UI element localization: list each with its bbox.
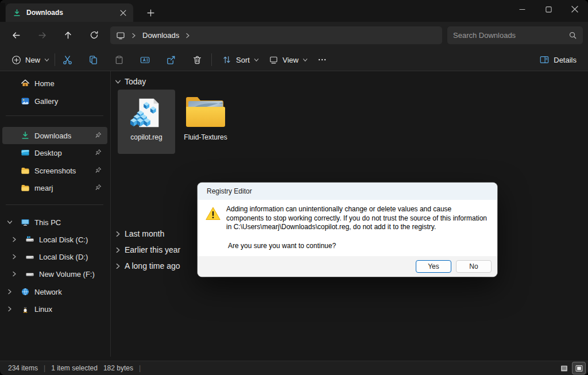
- file-copilot-reg[interactable]: copilot.reg: [118, 90, 175, 154]
- this-pc-breadcrumb-icon[interactable]: [116, 31, 125, 40]
- forward-button[interactable]: [32, 26, 52, 44]
- chevron-right-icon[interactable]: [11, 254, 17, 260]
- paste-icon: [114, 55, 125, 65]
- view-button[interactable]: View: [263, 50, 314, 69]
- rename-icon: [140, 55, 150, 65]
- sort-button[interactable]: Sort: [216, 50, 265, 69]
- chevron-down-icon[interactable]: [115, 79, 121, 85]
- dialog-message: Adding information can unintentionally c…: [226, 205, 489, 232]
- delete-button[interactable]: [187, 50, 207, 69]
- trash-icon: [192, 55, 203, 65]
- details-view-toggle[interactable]: [558, 362, 570, 374]
- drive-icon: [25, 252, 34, 261]
- view-toggles: [558, 362, 585, 374]
- item-count: 234 items: [8, 364, 38, 372]
- view-button-label: View: [283, 56, 299, 64]
- details-pane-label: Details: [554, 56, 577, 64]
- new-button-label: New: [25, 56, 40, 64]
- sidebar-item-home[interactable]: Home: [2, 75, 107, 92]
- chevron-right-icon[interactable]: [115, 231, 121, 237]
- chevron-down-icon[interactable]: [7, 219, 13, 225]
- dialog-question: Are you sure you want to continue?: [228, 242, 336, 250]
- download-icon: [13, 9, 21, 17]
- sidebar-item-local-disk-d[interactable]: Local Disk (D:): [2, 248, 107, 265]
- cut-button[interactable]: [57, 50, 78, 69]
- chevron-right-icon[interactable]: [115, 247, 121, 253]
- window-controls: [509, 0, 588, 18]
- selection-count: 1 item selected: [51, 364, 98, 372]
- group-header-a-long-time-ago[interactable]: A long time ago: [115, 260, 180, 272]
- group-header-earlier-this-year[interactable]: Earlier this year: [115, 244, 180, 256]
- status-divider: |: [139, 364, 141, 372]
- chevron-right-icon[interactable]: [7, 289, 13, 295]
- sidebar-item-desktop[interactable]: Desktop: [2, 144, 107, 161]
- folder-thumbnail-icon: [183, 93, 228, 131]
- sidebar: Home Gallery Downloads Desktop Screensho…: [0, 71, 111, 357]
- close-tab-icon[interactable]: [117, 7, 129, 18]
- sidebar-item-network[interactable]: Network: [2, 283, 107, 300]
- chevron-right-icon[interactable]: [11, 237, 17, 242]
- folder-name: Fluid-Textures: [184, 133, 227, 141]
- chevron-right-icon[interactable]: [115, 263, 121, 269]
- sidebar-item-label: This PC: [34, 218, 61, 227]
- group-header-last-month[interactable]: Last month: [115, 228, 164, 239]
- share-button[interactable]: [160, 50, 181, 69]
- new-button[interactable]: New: [6, 50, 55, 69]
- sidebar-item-label: Desktop: [34, 149, 62, 157]
- sidebar-item-gallery[interactable]: Gallery: [2, 92, 107, 110]
- search-input[interactable]: [453, 31, 568, 40]
- breadcrumb-chevron-icon[interactable]: [131, 33, 137, 38]
- details-pane-icon: [539, 55, 550, 65]
- search-icon[interactable]: [568, 31, 577, 40]
- breadcrumb-chevron-icon[interactable]: [185, 33, 191, 38]
- paste-button[interactable]: [109, 50, 129, 69]
- warning-icon: [205, 206, 221, 222]
- sidebar-separator: [6, 204, 103, 205]
- gallery-icon: [21, 96, 30, 106]
- no-button[interactable]: No: [456, 260, 492, 273]
- details-pane-button[interactable]: Details: [533, 50, 582, 69]
- downloads-icon: [21, 131, 30, 140]
- sidebar-item-label: Local Disk (C:): [39, 235, 88, 244]
- sidebar-item-mearj[interactable]: mearj: [2, 179, 107, 196]
- new-tab-button[interactable]: [142, 6, 158, 20]
- rename-button[interactable]: [134, 50, 155, 69]
- sidebar-item-downloads[interactable]: Downloads: [2, 127, 107, 144]
- sidebar-item-new-volume-f[interactable]: New Volume (F:): [2, 265, 107, 283]
- group-label: Earlier this year: [125, 245, 180, 254]
- file-name: copilot.reg: [130, 133, 162, 141]
- explorer-tab-downloads[interactable]: Downloads: [6, 3, 133, 22]
- copy-button[interactable]: [83, 50, 103, 69]
- sidebar-separator: [6, 115, 103, 116]
- sidebar-item-label: Network: [34, 288, 62, 296]
- refresh-button[interactable]: [84, 26, 105, 44]
- chevron-down-icon: [44, 57, 49, 63]
- sidebar-item-linux[interactable]: Linux: [2, 300, 107, 318]
- sidebar-item-screenshots[interactable]: Screenshots: [2, 162, 107, 179]
- chevron-right-icon[interactable]: [11, 271, 17, 277]
- sidebar-item-label: Downloads: [34, 132, 71, 140]
- sidebar-item-local-disk-c[interactable]: Local Disk (C:): [2, 231, 107, 248]
- sidebar-item-label: Home: [34, 79, 55, 88]
- large-icons-view-toggle[interactable]: [572, 362, 585, 374]
- back-button[interactable]: [6, 26, 26, 44]
- minimize-icon[interactable]: [509, 0, 535, 18]
- close-window-icon[interactable]: [562, 0, 588, 18]
- dialog-button-row: Yes No: [198, 256, 497, 277]
- maximize-icon[interactable]: [535, 0, 562, 18]
- see-more-button[interactable]: [312, 50, 332, 69]
- file-explorer-window: Downloads: [0, 0, 588, 375]
- sidebar-item-this-pc[interactable]: This PC: [2, 214, 107, 231]
- breadcrumb-location[interactable]: Downloads: [142, 31, 179, 40]
- folder-fluid-textures[interactable]: Fluid-Textures: [177, 90, 234, 154]
- yes-button[interactable]: Yes: [416, 260, 451, 273]
- search-box[interactable]: [447, 26, 583, 44]
- dialog-titlebar[interactable]: Registry Editor: [198, 183, 497, 200]
- pin-icon: [95, 184, 103, 192]
- up-button[interactable]: [57, 26, 78, 44]
- group-header-today[interactable]: Today: [115, 76, 146, 87]
- group-label: A long time ago: [125, 261, 180, 270]
- chevron-right-icon[interactable]: [7, 306, 13, 312]
- sidebar-item-label: Local Disk (D:): [39, 253, 88, 261]
- address-bar[interactable]: Downloads: [110, 26, 442, 44]
